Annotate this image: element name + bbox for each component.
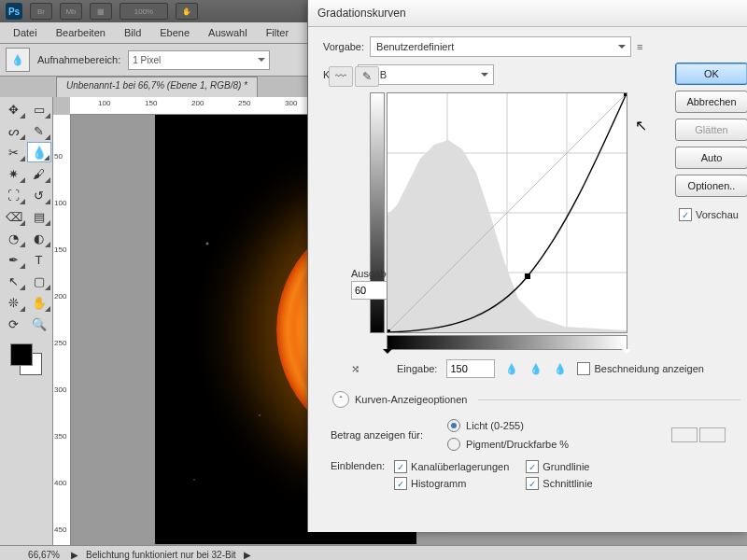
dodge-tool[interactable]: ◐ bbox=[27, 228, 51, 248]
document-tab-label: Unbenannt-1 bei 66,7% (Ebene 1, RGB/8) * bbox=[66, 80, 247, 91]
input-label: Eingabe: bbox=[397, 363, 437, 374]
ruler-tick: 200 bbox=[191, 99, 204, 107]
stamp-tool[interactable]: ⛶ bbox=[2, 185, 26, 205]
ruler-tick: 200 bbox=[54, 292, 66, 301]
eraser-tool[interactable]: ⌫ bbox=[2, 206, 26, 227]
ruler-tick: 50 bbox=[54, 152, 63, 161]
grid-simple-icon[interactable] bbox=[671, 427, 698, 442]
status-message: Belichtung funktioniert nur bei 32-Bit bbox=[86, 550, 236, 560]
amount-light-radio[interactable] bbox=[447, 419, 460, 432]
foreground-color[interactable] bbox=[10, 343, 33, 366]
history-brush-tool[interactable]: ↺ bbox=[27, 185, 51, 205]
dialog-buttons: OK Abbrechen Glätten Auto Optionen.. Vor… bbox=[675, 63, 747, 221]
preview-label: Vorschau bbox=[696, 209, 739, 220]
zoom-tool[interactable]: 🔍 bbox=[27, 314, 51, 334]
status-zoom[interactable]: 66,67% bbox=[4, 550, 63, 560]
show-histogram-label: Histogramm bbox=[411, 478, 466, 489]
show-histogram-checkbox[interactable] bbox=[394, 477, 407, 490]
smooth-button[interactable]: Glätten bbox=[675, 119, 747, 141]
crop-tool[interactable]: ✂ bbox=[2, 142, 26, 162]
rotate-view-tool[interactable]: ⟳ bbox=[2, 314, 26, 334]
grid-detailed-icon[interactable] bbox=[699, 427, 726, 442]
ruler-tick: 100 bbox=[54, 199, 66, 207]
black-eyedropper-icon[interactable]: 💧 bbox=[504, 361, 519, 376]
hand-tool-shortcut[interactable]: ✋ bbox=[176, 3, 198, 20]
ok-button[interactable]: OK bbox=[675, 63, 747, 85]
current-tool-icon[interactable]: 💧 bbox=[6, 48, 30, 72]
menu-file[interactable]: Datei bbox=[4, 24, 47, 41]
black-point-slider[interactable] bbox=[383, 349, 392, 358]
curve-mode-point[interactable]: 〰 bbox=[329, 66, 353, 87]
quick-select-tool[interactable]: ✎ bbox=[27, 120, 51, 141]
move-tool[interactable]: ✥ bbox=[2, 99, 26, 119]
tool-panel: ✥ ▭ ᔕ ✎ ✂ 💧 ✷ 🖌 ⛶ ↺ ⌫ ▤ ◔ ◐ ✒ T ↖ ▢ ❊ ✋ … bbox=[0, 97, 53, 545]
show-baseline-label: Grundlinie bbox=[543, 461, 589, 472]
menu-image[interactable]: Bild bbox=[115, 24, 150, 41]
show-intersection-label: Schnittlinie bbox=[543, 478, 592, 489]
sample-size-label: Aufnahmebereich: bbox=[37, 54, 120, 65]
shape-tool[interactable]: ▢ bbox=[27, 271, 51, 291]
curves-dialog: Gradationskurven Vorgabe: Benutzerdefini… bbox=[307, 0, 747, 532]
status-arrow-icon[interactable]: ▶ bbox=[71, 550, 78, 560]
dialog-titlebar[interactable]: Gradationskurven bbox=[308, 0, 747, 27]
bridge-button[interactable]: Br bbox=[30, 3, 52, 20]
menu-edit[interactable]: Bearbeiten bbox=[47, 24, 115, 41]
input-gradient[interactable] bbox=[387, 335, 627, 350]
ruler-tick: 400 bbox=[54, 479, 66, 487]
marquee-tool[interactable]: ▭ bbox=[27, 99, 51, 119]
eyedropper-tool[interactable]: 💧 bbox=[27, 142, 51, 162]
auto-button[interactable]: Auto bbox=[675, 147, 747, 169]
gradient-tool[interactable]: ▤ bbox=[27, 206, 51, 227]
gray-eyedropper-icon[interactable]: 💧 bbox=[529, 361, 543, 376]
white-point-slider[interactable] bbox=[622, 349, 631, 358]
healing-tool[interactable]: ✷ bbox=[2, 163, 26, 184]
hand-tool[interactable]: ✋ bbox=[27, 292, 51, 313]
zoom-menu[interactable]: 100% bbox=[120, 3, 168, 20]
show-baseline-checkbox[interactable] bbox=[526, 460, 539, 473]
view-extras-button[interactable]: ▦ bbox=[90, 3, 112, 20]
show-channel-overlays-label: Kanalüberlagerungen bbox=[411, 461, 509, 472]
curve-mode-pencil[interactable]: ✎ bbox=[355, 66, 379, 87]
ruler-tick: 300 bbox=[285, 99, 297, 107]
color-swatches[interactable] bbox=[10, 343, 42, 375]
preset-menu-icon[interactable]: ≡ bbox=[637, 41, 642, 52]
type-tool[interactable]: T bbox=[27, 249, 51, 270]
ruler-tick: 150 bbox=[145, 99, 157, 107]
curve-graph[interactable] bbox=[387, 92, 627, 333]
lasso-tool[interactable]: ᔕ bbox=[2, 120, 26, 141]
menu-layer[interactable]: Ebene bbox=[150, 24, 199, 41]
svg-rect-8 bbox=[388, 329, 390, 332]
svg-rect-9 bbox=[525, 273, 530, 279]
ruler-tick: 250 bbox=[238, 99, 250, 107]
preset-label: Vorgabe: bbox=[323, 41, 364, 52]
sample-size-select[interactable]: 1 Pixel bbox=[128, 50, 270, 70]
preview-checkbox[interactable] bbox=[679, 208, 692, 221]
preset-select[interactable]: Benutzerdefiniert bbox=[370, 36, 631, 57]
cancel-button[interactable]: Abbrechen bbox=[675, 91, 747, 113]
clipping-label: Beschneidung anzeigen bbox=[594, 363, 703, 374]
document-tab[interactable]: Unbenannt-1 bei 66,7% (Ebene 1, RGB/8) * bbox=[56, 77, 258, 97]
display-options-expander[interactable]: ˆ Kurven-Anzeigeoptionen bbox=[332, 391, 740, 408]
minibridge-button[interactable]: Mb bbox=[60, 3, 82, 20]
ruler-tick: 450 bbox=[54, 525, 66, 534]
3d-tool[interactable]: ❊ bbox=[2, 292, 26, 313]
menu-select[interactable]: Auswahl bbox=[199, 24, 257, 41]
options-button[interactable]: Optionen.. bbox=[675, 175, 747, 197]
clipping-checkbox[interactable] bbox=[577, 362, 590, 375]
ruler-tick: 100 bbox=[98, 99, 110, 107]
brush-tool[interactable]: 🖌 bbox=[27, 163, 51, 184]
show-channel-overlays-checkbox[interactable] bbox=[394, 460, 407, 473]
pen-tool[interactable]: ✒ bbox=[2, 249, 26, 270]
amount-pigment-radio[interactable] bbox=[447, 438, 460, 451]
path-select-tool[interactable]: ↖ bbox=[2, 271, 26, 291]
blur-tool[interactable]: ◔ bbox=[2, 228, 26, 248]
white-eyedropper-icon[interactable]: 💧 bbox=[553, 361, 568, 376]
amount-light-label: Licht (0-255) bbox=[466, 420, 524, 431]
menu-filter[interactable]: Filter bbox=[257, 24, 298, 41]
ruler-vertical: 50 100 150 200 250 300 350 400 450 bbox=[53, 115, 71, 545]
show-intersection-checkbox[interactable] bbox=[526, 477, 539, 490]
app-logo: Ps bbox=[6, 3, 22, 20]
scrub-icon[interactable]: ⤭ bbox=[351, 363, 359, 375]
status-more-icon[interactable]: ▶ bbox=[244, 550, 251, 560]
input-field[interactable] bbox=[446, 359, 495, 378]
